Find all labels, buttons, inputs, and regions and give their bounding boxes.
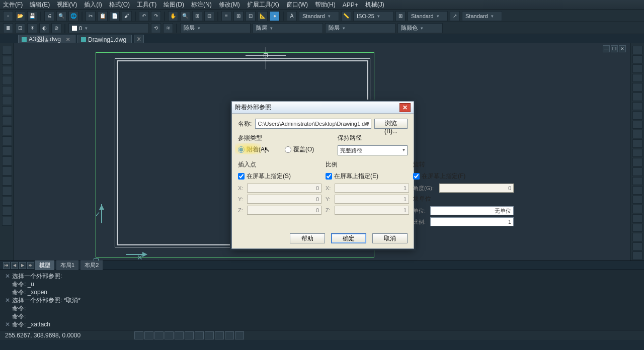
layeriso-icon[interactable]: ☀ xyxy=(27,23,37,33)
donut-icon[interactable] xyxy=(2,116,12,125)
redo-icon[interactable]: ↷ xyxy=(151,11,161,21)
ellipse-icon[interactable] xyxy=(2,96,12,105)
menu-ext[interactable]: 扩展工具(X) xyxy=(247,1,279,9)
overlay-radio[interactable] xyxy=(285,146,291,153)
ellarc-icon[interactable] xyxy=(2,106,12,115)
new-icon[interactable]: ▫ xyxy=(3,11,13,21)
layerfreeze-icon[interactable]: ◐ xyxy=(39,23,49,33)
tab-next-icon[interactable]: ▶ xyxy=(19,262,26,269)
cancel-button[interactable]: 取消 xyxy=(372,233,408,243)
dc-icon[interactable]: ⊞ xyxy=(233,11,244,21)
menu-tools[interactable]: 工具(T) xyxy=(137,1,156,9)
layeroff-icon[interactable]: ⊘ xyxy=(51,23,61,33)
name-combo[interactable]: C:\Users\Administrator\Desktop\Drawing1.… xyxy=(255,119,371,129)
pedit-icon[interactable] xyxy=(632,196,642,204)
rect-icon[interactable] xyxy=(2,136,12,145)
calc-icon[interactable]: 📐 xyxy=(258,11,268,21)
tablestyle-icon[interactable]: ⊞ xyxy=(395,11,406,21)
mlstyle-dropdown[interactable]: Standard xyxy=(462,11,502,21)
prop-icon[interactable]: ≡ xyxy=(221,11,231,21)
plotstyle-dropdown[interactable]: 随颜色 xyxy=(397,23,443,33)
layer-dropdown[interactable]: 0 xyxy=(68,23,149,33)
other4-icon[interactable] xyxy=(632,233,642,241)
array-icon[interactable] xyxy=(632,83,642,92)
menu-modify[interactable]: 修改(M) xyxy=(219,1,240,9)
spec-s-checkbox[interactable] xyxy=(238,173,245,180)
erase-icon[interactable] xyxy=(632,186,642,195)
textstyle-icon[interactable]: A xyxy=(287,11,297,21)
menu-insert[interactable]: 插入(I) xyxy=(84,1,102,9)
menu-help[interactable]: 帮助(H) xyxy=(315,1,336,9)
line-icon[interactable] xyxy=(2,46,12,55)
lineweight-dropdown[interactable]: 随层 xyxy=(325,23,395,33)
zoomp-icon[interactable]: ⊟ xyxy=(204,11,214,21)
tab-prev-icon[interactable]: ◀ xyxy=(11,262,18,269)
tab-last-icon[interactable]: ⏭ xyxy=(27,262,34,269)
new-tab-button[interactable]: ✳ xyxy=(134,35,144,43)
fillet-icon[interactable] xyxy=(632,167,642,176)
doc-tab-active[interactable]: A3图框.dwg✕ xyxy=(18,35,75,43)
textstyle-dropdown[interactable]: Standard xyxy=(299,11,339,21)
poly-icon[interactable] xyxy=(2,146,12,155)
doc-tab[interactable]: Drawing1.dwg xyxy=(77,35,132,43)
layerprev-icon[interactable]: ⟲ xyxy=(151,23,161,33)
circle-icon[interactable] xyxy=(2,76,12,85)
revcloud-icon[interactable] xyxy=(2,126,12,135)
extra-toggle[interactable] xyxy=(235,331,244,339)
spec-f-checkbox[interactable] xyxy=(413,173,420,180)
hatch-icon[interactable] xyxy=(2,156,12,165)
grad-icon[interactable] xyxy=(2,166,12,176)
other6-icon[interactable] xyxy=(632,251,642,260)
undo-icon[interactable]: ↶ xyxy=(139,11,149,21)
scale2-icon[interactable] xyxy=(632,102,642,111)
menu-dim[interactable]: 标注(N) xyxy=(191,1,212,9)
join-icon[interactable] xyxy=(632,149,642,157)
menu-format[interactable]: 格式(O) xyxy=(109,1,130,9)
attach-radio[interactable] xyxy=(238,146,245,153)
match-icon[interactable]: 🖌 xyxy=(122,11,132,21)
break-icon[interactable] xyxy=(632,139,642,148)
other2-icon[interactable] xyxy=(632,214,642,223)
extend-icon[interactable] xyxy=(632,130,642,138)
lwt-toggle[interactable] xyxy=(215,331,224,339)
max-icon[interactable]: ❐ xyxy=(611,45,618,52)
snap-toggle[interactable] xyxy=(134,331,143,339)
pline-icon[interactable] xyxy=(2,56,12,65)
region-icon[interactable] xyxy=(2,177,12,186)
point-icon[interactable] xyxy=(2,217,12,226)
other5-icon[interactable] xyxy=(632,242,642,251)
close-icon[interactable]: ✕ xyxy=(619,45,626,52)
stretch-icon[interactable] xyxy=(632,111,642,120)
menu-draw[interactable]: 绘图(D) xyxy=(164,1,184,9)
browse-button[interactable]: 浏览(B)... xyxy=(374,119,408,129)
close-icon[interactable]: ✕ xyxy=(66,37,70,42)
spec-e-checkbox[interactable] xyxy=(326,173,332,180)
menu-file[interactable]: 文件(F) xyxy=(3,1,23,9)
other3-icon[interactable] xyxy=(632,224,642,232)
osnap-toggle[interactable] xyxy=(175,331,184,339)
other-icon[interactable] xyxy=(632,205,642,213)
cut-icon[interactable]: ✂ xyxy=(86,11,96,21)
pan-icon[interactable]: ✋ xyxy=(168,11,178,21)
preview-icon[interactable]: 🔍 xyxy=(56,11,66,21)
menu-edit[interactable]: 编辑(E) xyxy=(30,1,50,9)
ok-button[interactable]: 确定 xyxy=(331,233,366,243)
tablestyle-dropdown[interactable]: Standard xyxy=(408,11,448,21)
menu-app[interactable]: APP+ xyxy=(343,2,358,9)
dimstyle-dropdown[interactable]: ISO-25 xyxy=(353,11,393,21)
linecolor-dropdown[interactable]: 随层 xyxy=(180,23,251,33)
copy2-icon[interactable] xyxy=(632,55,642,64)
ducs-toggle[interactable] xyxy=(195,331,204,339)
spline-icon[interactable] xyxy=(2,86,12,95)
offset-icon[interactable] xyxy=(632,74,642,82)
dialog-titlebar[interactable]: 附着外部参照 ✕ xyxy=(232,102,414,114)
layerstate-icon[interactable]: ⊡ xyxy=(15,23,25,33)
ortho-toggle[interactable] xyxy=(154,331,164,339)
mirror-icon[interactable] xyxy=(632,64,642,73)
grid-toggle[interactable] xyxy=(144,331,153,339)
zoomw-icon[interactable]: ⊞ xyxy=(192,11,202,21)
linetype-dropdown[interactable]: 随层 xyxy=(253,23,323,33)
arc-icon[interactable] xyxy=(2,66,12,75)
layout2-tab[interactable]: 布局2 xyxy=(80,260,103,270)
dimstyle-icon[interactable]: 📏 xyxy=(341,11,351,21)
